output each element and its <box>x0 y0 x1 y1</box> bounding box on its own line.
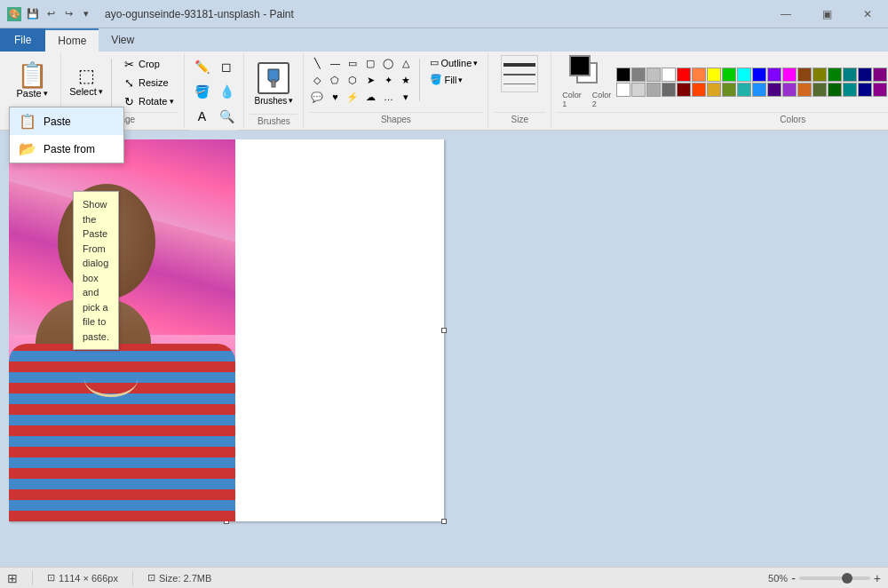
color-r2-11[interactable] <box>767 83 781 97</box>
shape-heart[interactable]: ♥ <box>327 89 343 105</box>
paste-menu-item-paste-from[interactable]: 📂 Paste from <box>10 135 123 163</box>
color-red[interactable] <box>677 68 691 82</box>
status-nav-icon[interactable]: ⊞ <box>7 571 18 585</box>
rotate-button[interactable]: ↻ Rotate ▾ <box>117 92 178 110</box>
brushes-button[interactable]: Brushes▾ <box>250 55 297 112</box>
outline-fill-section: ▭ Outline ▾ 🪣 Fill ▾ <box>425 55 482 87</box>
zoom-slider[interactable] <box>799 576 870 580</box>
image-content: ⬚ Select▾ ✂ Crop ⤡ Resize <box>67 55 178 110</box>
color-cyan[interactable] <box>737 68 751 82</box>
color-orange[interactable] <box>692 68 706 82</box>
fill-tool[interactable]: 🪣 <box>190 80 213 103</box>
shape-rect[interactable]: ▭ <box>345 55 361 71</box>
color-silver[interactable] <box>646 68 661 82</box>
paste-button[interactable]: 📋 Paste ▾ <box>9 55 55 107</box>
undo-quick-btn[interactable]: ↩ <box>43 6 59 22</box>
maximize-button[interactable]: ▣ <box>806 0 847 28</box>
zoom-in-btn[interactable]: + <box>874 571 881 585</box>
color-r2-14[interactable] <box>813 83 827 97</box>
color-brown[interactable] <box>797 68 812 82</box>
shape-diamond[interactable]: ◇ <box>309 72 325 88</box>
tab-file[interactable]: File <box>0 28 45 52</box>
color-r2-13[interactable] <box>797 83 812 97</box>
resize-handle-mr[interactable] <box>441 328 447 333</box>
magnifier-tool[interactable]: 🔍 <box>215 105 238 128</box>
color-picker-tool[interactable]: 💧 <box>215 80 238 103</box>
color-r2-17[interactable] <box>858 83 872 97</box>
shape-line[interactable]: — <box>327 55 343 71</box>
color-overlap <box>569 55 605 89</box>
color-r2-15[interactable] <box>828 83 842 97</box>
save-quick-btn[interactable]: 💾 <box>25 6 41 22</box>
color-r2-5[interactable] <box>677 83 691 97</box>
resize-button[interactable]: ⤡ Resize <box>117 74 178 91</box>
crop-button[interactable]: ✂ Crop <box>117 55 178 73</box>
status-bar: ⊞ ⊡ 1114 × 666px ⊡ Size: 2.7MB 50% - + <box>0 567 888 588</box>
color-white[interactable] <box>662 68 676 82</box>
minimize-button[interactable]: — <box>765 0 806 28</box>
tab-view[interactable]: View <box>99 28 147 52</box>
color-olive[interactable] <box>813 68 827 82</box>
color-r2-10[interactable] <box>752 83 766 97</box>
color-blue[interactable] <box>752 68 766 82</box>
shape-callout[interactable]: 💬 <box>309 89 325 105</box>
shape-more2[interactable]: ▾ <box>398 89 414 105</box>
size-selector[interactable] <box>501 55 538 92</box>
color-r2-12[interactable] <box>782 83 797 97</box>
clipboard-group: 📋 Paste ▾ 📋 Paste 📂 <box>4 53 61 128</box>
color-magenta[interactable] <box>782 68 797 82</box>
window-title: ayo-ogunseinde-93181-unsplash - Paint <box>105 8 294 20</box>
shape-lightning[interactable]: ⚡ <box>345 89 361 105</box>
tab-home[interactable]: Home <box>45 28 99 52</box>
shape-penta[interactable]: ⬠ <box>327 72 343 88</box>
zoom-thumb[interactable] <box>842 573 852 584</box>
shape-star[interactable]: ★ <box>398 72 414 88</box>
color-r2-18[interactable] <box>873 83 887 97</box>
color-r2-8[interactable] <box>722 83 736 97</box>
close-button[interactable]: ✕ <box>847 0 888 28</box>
color1-swatch[interactable] <box>569 55 591 76</box>
shape-rounded[interactable]: ▢ <box>362 55 378 71</box>
window-controls: — ▣ ✕ <box>765 0 888 28</box>
color-gray[interactable] <box>631 68 646 82</box>
color-teal[interactable] <box>843 68 857 82</box>
paste-dropdown-arrow[interactable]: ▾ <box>44 89 48 98</box>
color-r2-16[interactable] <box>843 83 857 97</box>
shape-ellipse[interactable]: ◯ <box>380 55 396 71</box>
shape-triangle[interactable]: △ <box>398 55 414 71</box>
shape-diagonal[interactable]: ╲ <box>309 55 325 71</box>
color-swatches-main: Color 1 Color 2 <box>562 55 611 108</box>
resize-handle-br[interactable] <box>441 519 447 524</box>
shape-hexa[interactable]: ⬡ <box>345 72 361 88</box>
size-label: Size <box>494 112 545 126</box>
color-darkgreen[interactable] <box>828 68 842 82</box>
color-green[interactable] <box>722 68 736 82</box>
outline-button[interactable]: ▭ Outline ▾ <box>425 55 482 70</box>
color-r2-6[interactable] <box>692 83 706 97</box>
eraser-tool[interactable]: ◻ <box>215 55 238 78</box>
color-violet[interactable] <box>767 68 781 82</box>
shape-arrow-set[interactable]: ✦ <box>380 72 396 88</box>
color-r2-9[interactable] <box>737 83 751 97</box>
color-navy[interactable] <box>858 68 872 82</box>
select-button[interactable]: ⬚ Select▾ <box>67 55 106 107</box>
color-r2-2[interactable] <box>631 83 646 97</box>
color-r2-1[interactable] <box>616 83 630 97</box>
customize-quick-btn[interactable]: ▾ <box>78 6 94 22</box>
redo-quick-btn[interactable]: ↪ <box>60 6 76 22</box>
paste-menu-item-paste[interactable]: 📋 Paste <box>10 107 123 135</box>
color-yellow[interactable] <box>707 68 721 82</box>
shape-arrow-r[interactable]: ➤ <box>362 72 378 88</box>
file-size-section: ⊡ Size: 2.7MB <box>147 572 211 584</box>
color-purple[interactable] <box>873 68 887 82</box>
shape-cloud[interactable]: ☁ <box>362 89 378 105</box>
color-r2-3[interactable] <box>646 83 661 97</box>
color-r2-4[interactable] <box>662 83 676 97</box>
shape-more1[interactable]: … <box>380 89 396 105</box>
zoom-out-btn[interactable]: - <box>791 571 796 585</box>
fill-button[interactable]: 🪣 Fill ▾ <box>425 72 482 87</box>
pencil-tool[interactable]: ✏️ <box>190 55 213 78</box>
text-tool[interactable]: A <box>190 105 213 128</box>
color-black[interactable] <box>616 68 630 82</box>
color-r2-7[interactable] <box>707 83 721 97</box>
